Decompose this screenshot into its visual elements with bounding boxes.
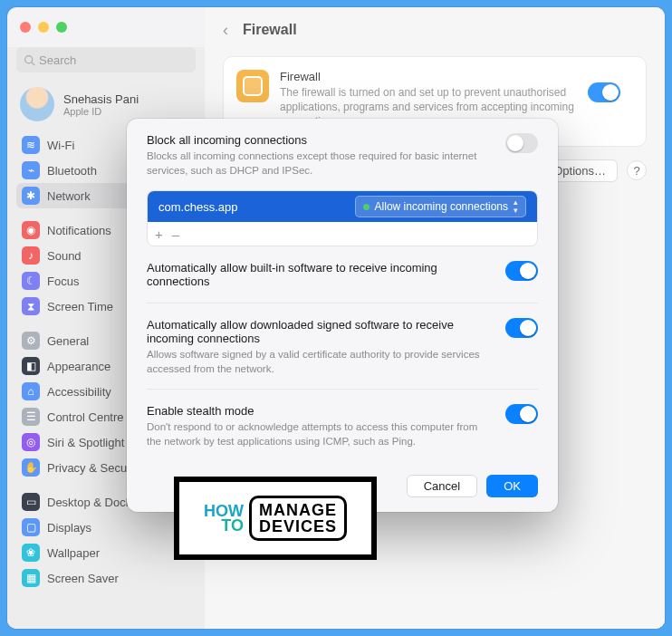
sidebar-item-wallpaper[interactable]: ❀Wallpaper (16, 540, 196, 565)
appearance-icon: ◧ (22, 357, 40, 375)
stealth-desc: Don't respond to or acknowledge attempts… (147, 419, 493, 448)
sidebar-item-label: Network (47, 189, 91, 203)
screen-saver-icon: ▦ (22, 569, 40, 587)
ok-button[interactable]: OK (486, 475, 538, 497)
firewall-options-sheet: Block all incoming connections Blocks al… (127, 119, 558, 512)
auto-signed-desc: Allows software signed by a valid certif… (147, 347, 493, 376)
help-button[interactable]: ? (627, 160, 647, 180)
accessibility-icon: ⌂ (22, 382, 40, 400)
focus-icon: ☾ (22, 272, 40, 290)
auto-signed-title: Automatically allow downloaded signed so… (147, 318, 493, 345)
profile-sub: Apple ID (63, 106, 139, 117)
sidebar-item-displays[interactable]: ▢Displays (16, 515, 196, 540)
back-button[interactable]: ‹ (223, 21, 228, 40)
privacy-security-icon: ✋ (22, 458, 40, 477)
sidebar-item-label: Wallpaper (47, 546, 100, 560)
sidebar-item-label: Notifications (47, 224, 111, 237)
app-rules-table: com.chess.app Allow incoming connections… (147, 190, 538, 246)
svg-line-1 (32, 62, 34, 64)
notifications-icon: ◉ (22, 221, 40, 239)
desktop-dock-icon: ▭ (22, 493, 40, 511)
search-placeholder: Search (39, 53, 76, 67)
block-all-desc: Blocks all incoming connections except t… (147, 149, 493, 178)
zoom-icon[interactable] (56, 22, 67, 33)
sidebar-item-label: Screen Time (47, 300, 113, 313)
block-all-toggle[interactable] (505, 133, 538, 153)
sidebar-item-label: General (47, 334, 89, 348)
sidebar-item-label: Screen Saver (47, 572, 119, 585)
svg-point-0 (25, 55, 33, 63)
app-rule-row[interactable]: com.chess.app Allow incoming connections… (148, 191, 537, 222)
firewall-icon (236, 70, 269, 102)
bluetooth-icon: ⌁ (22, 161, 40, 179)
stealth-title: Enable stealth mode (147, 404, 493, 418)
wi-fi-icon: ≋ (22, 136, 40, 154)
firewall-master-toggle[interactable] (588, 82, 620, 102)
sidebar-item-label: Displays (47, 521, 91, 535)
cancel-button[interactable]: Cancel (407, 475, 477, 497)
profile-name: Snehasis Pani (63, 92, 139, 106)
avatar (20, 87, 54, 121)
stealth-toggle[interactable] (505, 404, 538, 424)
block-all-title: Block all incoming connections (147, 133, 493, 147)
app-rule-select[interactable]: Allow incoming connections ▴▾ (355, 196, 526, 217)
general-icon: ⚙ (22, 332, 40, 350)
sidebar-item-screen-saver[interactable]: ▦Screen Saver (16, 565, 196, 591)
chevron-updown-icon: ▴▾ (514, 198, 518, 215)
close-icon[interactable] (20, 22, 31, 33)
screen-time-icon: ⧗ (22, 297, 40, 315)
app-rule-value: Allow incoming connections (375, 200, 508, 213)
search-input[interactable]: Search (16, 47, 196, 72)
minimize-icon[interactable] (38, 22, 49, 33)
firewall-card-title: Firewall (280, 70, 590, 83)
add-app-button[interactable]: + (155, 226, 163, 242)
control-centre-icon: ☰ (22, 408, 40, 426)
sidebar-item-label: Bluetooth (47, 164, 97, 178)
sidebar-item-label: Appearance (47, 360, 110, 373)
sidebar-item-label: Focus (47, 275, 79, 288)
auto-signed-toggle[interactable] (505, 318, 538, 338)
network-icon: ✱ (22, 187, 40, 205)
app-rule-name: com.chess.app (158, 200, 237, 214)
siri-spotlight-icon: ◎ (22, 433, 40, 451)
sidebar-item-label: Control Centre (47, 410, 124, 424)
sound-icon: ♪ (22, 246, 40, 265)
page-title: Firewall (243, 22, 297, 38)
sidebar-item-label: Sound (47, 249, 82, 263)
watermark-logo: HOW TO MANAGE DEVICES (174, 477, 377, 560)
auto-builtin-title: Automatically allow built-in software to… (147, 261, 493, 288)
status-dot-icon (363, 204, 370, 210)
sidebar-item-label: Desktop & Dock (47, 496, 131, 509)
sidebar-item-label: Accessibility (47, 385, 111, 399)
displays-icon: ▢ (22, 518, 40, 536)
auto-builtin-toggle[interactable] (505, 261, 538, 281)
sidebar-item-label: Siri & Spotlight (47, 436, 124, 449)
sidebar-item-label: Wi-Fi (47, 139, 74, 152)
wallpaper-icon: ❀ (22, 544, 40, 562)
window-controls (20, 22, 67, 33)
remove-app-button[interactable]: – (172, 226, 179, 242)
search-icon (24, 54, 35, 66)
